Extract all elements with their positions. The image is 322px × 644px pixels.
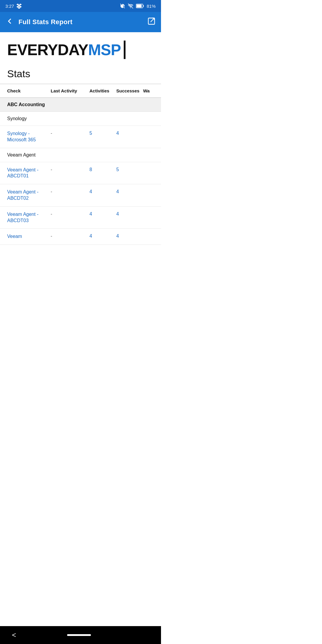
logo-msp: MSP xyxy=(88,41,121,58)
svg-rect-7 xyxy=(122,4,123,6)
wa-cell xyxy=(143,126,161,148)
col-check: Check xyxy=(0,84,51,98)
logo-text: EVERYDAYMSP xyxy=(7,42,121,58)
battery-percentage: 81% xyxy=(147,4,156,9)
check-cell[interactable]: Veeam xyxy=(0,229,51,245)
status-time: 3:27 xyxy=(5,4,14,9)
app-bar: Full Stats Report xyxy=(0,12,161,32)
stats-table: Check Last Activity Activities Successes… xyxy=(0,84,161,245)
activities-cell: 4 xyxy=(89,206,116,229)
check-cell[interactable]: Synology - Microsoft 365 xyxy=(0,126,51,148)
logo-bar xyxy=(124,41,126,59)
wa-cell xyxy=(143,184,161,207)
check-link[interactable]: Veeam Agent - ABCDT01 xyxy=(7,167,38,179)
svg-point-8 xyxy=(130,7,131,8)
svg-line-12 xyxy=(151,18,154,22)
check-cell[interactable]: Veeam Agent - ABCDT02 xyxy=(0,184,51,207)
check-cell[interactable]: Veeam Agent - ABCDT03 xyxy=(0,206,51,229)
subgroup-name: Veeam Agent xyxy=(0,148,161,162)
wa-cell xyxy=(143,206,161,229)
check-link[interactable]: Veeam Agent - ABCDT03 xyxy=(7,212,38,223)
successes-cell: 5 xyxy=(116,162,143,184)
col-activities: Activities xyxy=(89,84,116,98)
status-right: 81% xyxy=(120,3,156,9)
check-link[interactable]: Synology - Microsoft 365 xyxy=(7,131,36,142)
table-header: Check Last Activity Activities Successes… xyxy=(0,84,161,98)
last-activity-cell: - xyxy=(51,206,89,229)
battery-icon xyxy=(136,4,144,8)
last-activity-cell: - xyxy=(51,184,89,207)
group-row: ABC Accounting xyxy=(0,98,161,112)
check-cell[interactable]: Veeam Agent - ABCDT01 xyxy=(0,162,51,184)
content-area: EVERYDAYMSP Stats Check Last Activity Ac… xyxy=(0,32,161,245)
col-wa: Wa xyxy=(143,84,161,98)
subgroup-name: Synology xyxy=(0,112,161,126)
status-bar: 3:27 81% xyxy=(0,0,161,12)
successes-cell: 4 xyxy=(116,206,143,229)
logo-area: EVERYDAYMSP xyxy=(0,32,161,65)
activities-cell: 5 xyxy=(89,126,116,148)
status-left: 3:27 xyxy=(5,3,22,9)
group-name: ABC Accounting xyxy=(0,98,161,112)
activities-cell: 4 xyxy=(89,229,116,245)
activities-cell: 8 xyxy=(89,162,116,184)
table-row: Veeam Agent - ABCDT03-44 xyxy=(0,206,161,229)
back-button[interactable] xyxy=(5,17,14,27)
wa-cell xyxy=(143,229,161,245)
subgroup-row: Synology xyxy=(0,112,161,126)
wifi-icon xyxy=(128,3,134,9)
table-row: Synology - Microsoft 365-54 xyxy=(0,126,161,148)
svg-rect-10 xyxy=(137,4,142,7)
logo-everyday: EVERYDAY xyxy=(7,41,88,58)
wa-cell xyxy=(143,162,161,184)
successes-cell: 4 xyxy=(116,229,143,245)
share-button[interactable] xyxy=(147,17,156,27)
page-title: Full Stats Report xyxy=(18,18,147,26)
table-row: Veeam Agent - ABCDT01-85 xyxy=(0,162,161,184)
last-activity-cell: - xyxy=(51,162,89,184)
col-successes: Successes xyxy=(116,84,143,98)
stats-heading: Stats xyxy=(0,65,161,84)
check-link[interactable]: Veeam xyxy=(7,234,22,239)
successes-cell: 4 xyxy=(116,126,143,148)
table-row: Veeam Agent - ABCDT02-44 xyxy=(0,184,161,207)
dropbox-icon xyxy=(16,3,22,9)
last-activity-cell: - xyxy=(51,126,89,148)
table-row: Veeam-44 xyxy=(0,229,161,245)
successes-cell: 4 xyxy=(116,184,143,207)
last-activity-cell: - xyxy=(51,229,89,245)
col-last-activity: Last Activity xyxy=(51,84,89,98)
mute-icon xyxy=(120,3,125,9)
check-link[interactable]: Veeam Agent - ABCDT02 xyxy=(7,189,38,201)
activities-cell: 4 xyxy=(89,184,116,207)
subgroup-row: Veeam Agent xyxy=(0,148,161,162)
